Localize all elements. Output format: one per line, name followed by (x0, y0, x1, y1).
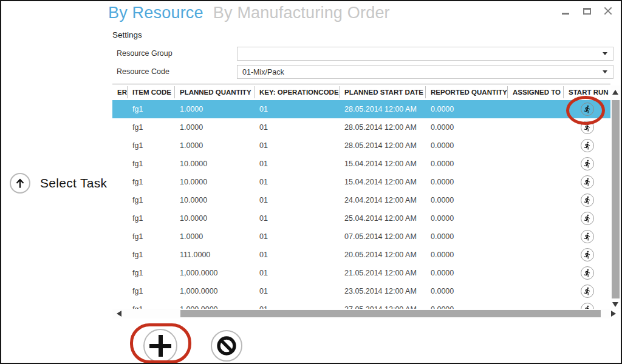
scroll-left-icon[interactable] (117, 311, 121, 317)
planned-quantity-cell: 10.0000 (175, 196, 255, 204)
column-header-planned-start-date[interactable]: PLANNED START DATE (340, 86, 426, 98)
vertical-scrollbar-thumb[interactable] (612, 100, 620, 298)
table-row[interactable]: fg1 1,000.0000 01 21.05.2014 12:00 AM 0.… (112, 264, 610, 282)
tab-by-manufacturing-order[interactable]: By Manufacturing Order (213, 4, 390, 22)
table-row[interactable]: fg1 10.0000 01 24.04.2014 12:00 AM 0.000… (112, 191, 610, 209)
reported-quantity-cell: 0.0000 (426, 123, 508, 132)
planned-quantity-cell: 1.0000 (175, 232, 255, 241)
chevron-down-icon (603, 70, 607, 73)
maximize-icon (583, 8, 591, 15)
close-icon (604, 7, 612, 15)
add-button[interactable] (143, 329, 177, 363)
column-header-operation-code[interactable]: KEY: OPERATIONCODE (255, 86, 340, 98)
planned-quantity-cell: 10.0000 (175, 160, 255, 168)
item-code-cell: fg1 (128, 196, 175, 204)
start-run-button[interactable] (581, 303, 594, 309)
table-row[interactable]: fg1 1.0000 01 07.05.2014 12:00 AM 0.0000 (112, 228, 610, 246)
table-row[interactable]: fg1 1,000.0000 01 27.05.2014 12:00 AM 0.… (112, 300, 610, 309)
table-row[interactable]: fg1 1.0000 01 28.05.2014 12:00 AM 0.0000 (112, 136, 610, 155)
close-button[interactable] (603, 4, 613, 18)
start-run-cell (564, 139, 610, 152)
select-task-button[interactable] (10, 173, 30, 194)
table-body: fg1 1.0000 01 28.05.2014 12:00 AM 0.0000… (112, 100, 610, 309)
start-run-button[interactable] (581, 212, 594, 225)
reported-quantity-cell: 0.0000 (426, 232, 508, 241)
reported-quantity-cell: 0.0000 (426, 196, 508, 204)
start-run-button[interactable] (581, 157, 594, 170)
table-row[interactable]: fg1 10.0000 01 15.04.2014 12:00 AM 0.000… (112, 173, 610, 191)
table-row[interactable]: fg1 1,000.0000 01 23.05.2014 12:00 AM 0.… (112, 282, 610, 300)
horizontal-scrollbar[interactable] (112, 309, 610, 318)
vertical-scrollbar[interactable] (610, 86, 621, 309)
reported-quantity-cell: 0.0000 (426, 178, 508, 186)
operation-code-cell: 01 (255, 251, 340, 259)
operation-code-cell: 01 (255, 232, 340, 241)
planned-start-date-cell: 07.05.2014 12:00 AM (340, 232, 426, 241)
maximize-button[interactable] (581, 4, 592, 18)
plus-icon (149, 335, 171, 357)
resource-code-dropdown[interactable]: 01-Mix/Pack (237, 65, 613, 79)
start-run-cell (564, 285, 610, 298)
run-person-icon (583, 214, 592, 223)
run-person-icon (583, 123, 592, 132)
start-run-cell (564, 157, 610, 170)
item-code-cell: fg1 (128, 232, 175, 241)
operation-code-cell: 01 (255, 269, 340, 277)
start-run-button[interactable] (581, 139, 594, 152)
start-run-button[interactable] (581, 266, 594, 280)
planned-start-date-cell: 15.04.2014 12:00 AM (340, 178, 426, 186)
item-code-cell: fg1 (128, 105, 175, 113)
horizontal-scrollbar-thumb[interactable] (180, 310, 601, 317)
planned-start-date-cell: 25.04.2014 12:00 AM (340, 214, 426, 223)
select-task-control: Select Task (10, 173, 107, 194)
minimize-icon (562, 13, 569, 15)
operation-code-cell: 01 (255, 160, 340, 168)
run-person-icon (583, 287, 592, 295)
reported-quantity-cell: 0.0000 (426, 160, 508, 168)
start-run-button[interactable] (581, 194, 594, 207)
planned-quantity-cell: 10.0000 (175, 178, 255, 186)
column-header-reported-quantity[interactable]: REPORTED QUANTITY (426, 86, 508, 98)
item-code-cell: fg1 (128, 123, 175, 132)
start-run-cell (564, 121, 610, 134)
column-header-planned-quantity[interactable]: PLANNED QUANTITY (175, 86, 255, 98)
column-header-order[interactable]: ER (112, 86, 128, 98)
table-row[interactable]: fg1 1.0000 01 28.05.2014 12:00 AM 0.0000 (112, 118, 610, 136)
column-header-item-code[interactable]: ITEM CODE (128, 86, 175, 98)
planned-quantity-cell: 1.0000 (175, 141, 255, 150)
resource-group-dropdown[interactable] (237, 47, 613, 61)
tasks-grid: ER ITEM CODE PLANNED QUANTITY KEY: OPERA… (112, 84, 610, 309)
table-row[interactable]: fg1 10.0000 01 25.04.2014 12:00 AM 0.000… (112, 209, 610, 228)
operation-code-cell: 01 (255, 123, 340, 132)
item-code-cell: fg1 (128, 160, 175, 168)
reported-quantity-cell: 0.0000 (426, 251, 508, 259)
item-code-cell: fg1 (128, 287, 175, 295)
scroll-right-icon[interactable] (611, 311, 616, 317)
column-header-start-run[interactable]: START RUN (564, 86, 610, 98)
minimize-button[interactable] (560, 4, 571, 18)
run-person-icon (583, 141, 592, 150)
start-run-button[interactable] (581, 175, 594, 189)
tab-by-resource[interactable]: By Resource (108, 4, 203, 22)
scroll-down-icon[interactable] (612, 302, 618, 307)
planned-quantity-cell: 1.0000 (175, 123, 255, 132)
column-header-assigned-to[interactable]: ASSIGNED TO (508, 86, 564, 98)
table-row[interactable]: fg1 111.0000 01 20.05.2014 12:00 AM 0.00… (112, 246, 610, 264)
operation-code-cell: 01 (255, 196, 340, 204)
table-row[interactable]: fg1 1.0000 01 28.05.2014 12:00 AM 0.0000 (112, 100, 610, 118)
item-code-cell: fg1 (128, 251, 175, 259)
start-run-button[interactable] (581, 121, 594, 134)
run-person-icon (583, 160, 592, 168)
scroll-up-icon[interactable] (612, 90, 618, 95)
start-run-button[interactable] (581, 230, 594, 243)
planned-start-date-cell: 28.05.2014 12:00 AM (340, 141, 426, 150)
item-code-cell: fg1 (128, 269, 175, 277)
start-run-button[interactable] (581, 248, 594, 261)
cancel-button[interactable] (211, 330, 242, 362)
resource-code-label: Resource Code (117, 67, 169, 76)
run-person-icon (583, 105, 592, 113)
start-run-button[interactable] (581, 285, 594, 298)
start-run-button[interactable] (581, 103, 594, 116)
planned-start-date-cell: 24.04.2014 12:00 AM (340, 196, 426, 204)
table-row[interactable]: fg1 10.0000 01 15.04.2014 12:00 AM 0.000… (112, 155, 610, 173)
